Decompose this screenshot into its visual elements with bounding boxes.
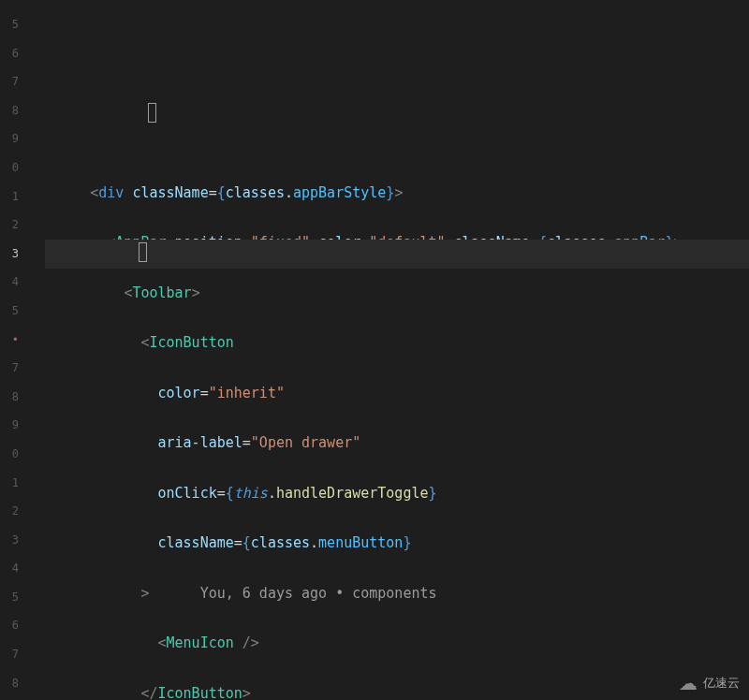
code-text-area[interactable]: <div className={classes.appBarStyle}> <A… <box>22 0 749 700</box>
line-number: 6 <box>0 39 19 68</box>
code-line[interactable]: > You, 6 days ago • components <box>22 583 749 612</box>
code-line[interactable]: <MenuIcon /> <box>22 633 749 662</box>
line-number: 9 <box>0 124 19 153</box>
line-number: 1 <box>0 469 19 498</box>
code-line[interactable]: <IconButton <box>22 332 749 361</box>
line-number: 7 <box>0 67 19 96</box>
code-line[interactable]: aria-label="Open drawer" <box>22 432 749 461</box>
git-blame-annotation: You, 6 days ago • components <box>200 585 437 602</box>
watermark-logo: ☁ 亿速云 <box>679 674 740 693</box>
watermark-text: 亿速云 <box>703 674 740 693</box>
line-number: 5 <box>0 297 19 326</box>
line-number: 3 <box>0 526 19 555</box>
current-line-highlight <box>45 240 749 269</box>
line-number: • <box>0 326 19 355</box>
line-number: 7 <box>0 354 19 383</box>
code-line[interactable]: onClick={this.handleDrawerToggle} <box>22 483 749 512</box>
line-number: 8 <box>0 669 19 698</box>
cursor-box-icon <box>139 242 147 262</box>
line-number: 2 <box>0 497 19 526</box>
line-number: 4 <box>0 268 19 297</box>
line-number: 8 <box>0 96 19 125</box>
line-number: 0 <box>0 440 19 469</box>
line-number: 5 <box>0 10 19 39</box>
code-editor[interactable]: 5 6 7 8 9 0 1 2 3 4 5 • 7 8 9 0 1 2 3 4 … <box>0 0 749 700</box>
code-line[interactable]: color="inherit" <box>22 383 749 412</box>
line-number: 5 <box>0 583 19 612</box>
code-line[interactable]: <Toolbar> <box>22 283 749 312</box>
code-line[interactable]: <div className={classes.appBarStyle}> <box>22 182 749 211</box>
line-number: 0 <box>0 153 19 182</box>
line-number: 9 <box>0 411 19 440</box>
code-line[interactable]: className={classes.menuButton} <box>22 532 749 561</box>
line-number: 4 <box>0 554 19 583</box>
line-number-gutter: 5 6 7 8 9 0 1 2 3 4 5 • 7 8 9 0 1 2 3 4 … <box>0 0 22 700</box>
line-number: 7 <box>0 640 19 669</box>
line-number: 6 <box>0 611 19 640</box>
line-number-current: 3 <box>0 240 19 269</box>
line-number: 8 <box>0 383 19 412</box>
cursor-box-icon <box>148 103 156 123</box>
code-line[interactable]: </IconButton> <box>22 683 749 700</box>
cloud-icon: ☁ <box>679 674 698 693</box>
line-number: 1 <box>0 182 19 211</box>
line-number: 2 <box>0 211 19 240</box>
